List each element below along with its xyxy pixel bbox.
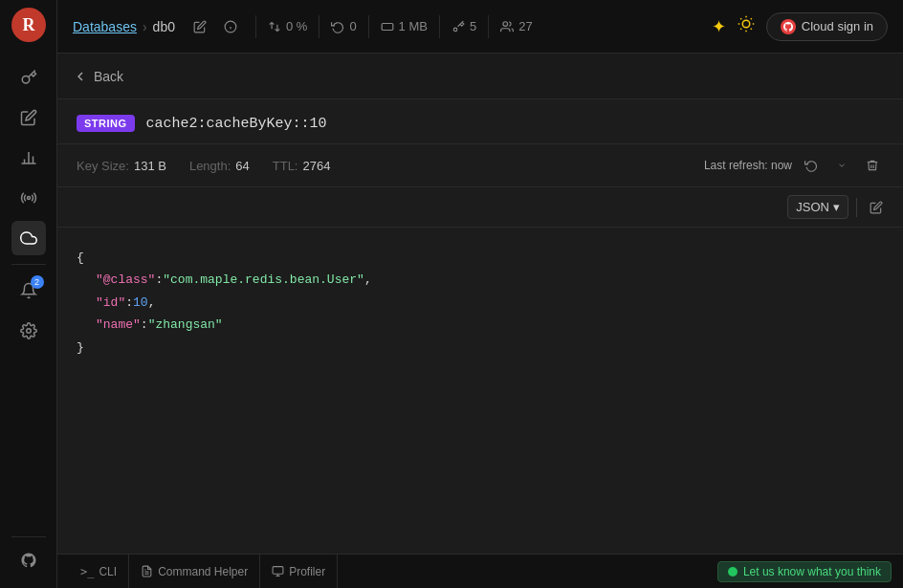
sidebar-divider-1 (11, 264, 46, 265)
code-line-4: } (77, 337, 884, 359)
svg-point-14 (503, 21, 508, 26)
command-helper-item[interactable]: Command Helper (129, 555, 260, 588)
profiler-label: Profiler (289, 565, 325, 578)
profiler-item[interactable]: Profiler (260, 555, 338, 588)
back-label: Back (94, 69, 123, 84)
edit-db-button[interactable] (187, 13, 213, 40)
code-editor[interactable]: { "@class" : "com.maple.redis.bean.User"… (57, 228, 903, 554)
length-label: Length: (189, 159, 231, 173)
svg-point-15 (742, 20, 750, 28)
sidebar-item-cloud[interactable] (11, 221, 46, 255)
sidebar-item-notifications[interactable]: 2 (11, 273, 46, 308)
svg-point-8 (26, 329, 31, 334)
length-item: Length: 64 (189, 159, 250, 173)
key-header: STRING cache2:cacheByKey::10 (57, 99, 903, 144)
stat-percent: 0 % (268, 19, 307, 33)
sidebar: R 2 (0, 0, 57, 588)
svg-line-23 (751, 18, 752, 19)
command-helper-icon (141, 565, 153, 577)
key-meta: Key Size: 131 B Length: 64 TTL: 2764 Las… (57, 144, 903, 187)
stat-ops-value: 0 (349, 19, 356, 33)
divider-3 (368, 15, 369, 38)
code-line-2: "id" : 10 , (77, 292, 884, 314)
stat-percent-value: 0 % (286, 19, 307, 33)
databases-link[interactable]: Databases (73, 19, 137, 34)
stat-clients: 27 (500, 19, 532, 33)
divider-2 (319, 15, 319, 38)
sidebar-item-pubsub[interactable] (11, 181, 46, 215)
sidebar-item-github[interactable] (11, 543, 46, 577)
key-name: cache2:cacheByKey::10 (146, 116, 327, 132)
code-line-0: { (77, 247, 884, 269)
key-meta-right: Last refresh: now (704, 154, 884, 177)
feedback-label: Let us know what you think (743, 565, 881, 578)
sidebar-bottom (11, 531, 46, 580)
ttl-value: 2764 (302, 159, 330, 173)
refresh-dropdown-button[interactable] (830, 154, 853, 177)
db-actions (187, 13, 244, 40)
sidebar-item-key[interactable] (11, 60, 46, 95)
value-area: JSON ▾ { "@class" : "com.maple (57, 187, 903, 554)
divider-5 (488, 15, 489, 38)
delete-key-button[interactable] (861, 154, 884, 177)
topbar: Databases › db0 0 % 0 1 MB (57, 0, 903, 54)
ai-button[interactable]: ✦ (712, 16, 726, 37)
svg-point-7 (27, 197, 30, 200)
svg-line-22 (740, 29, 741, 30)
cli-label: CLI (99, 565, 117, 578)
sidebar-item-chart[interactable] (11, 141, 46, 175)
ttl-item: TTL: 2764 (273, 159, 331, 173)
toolbar-divider (856, 198, 857, 217)
svg-point-13 (453, 28, 457, 32)
back-button[interactable]: Back (73, 69, 123, 84)
notification-badge: 2 (31, 275, 44, 289)
db-name: db0 (153, 19, 175, 34)
value-toolbar: JSON ▾ (57, 187, 903, 228)
main-area: Databases › db0 0 % 0 1 MB (57, 0, 903, 588)
breadcrumb-sep: › (143, 19, 147, 34)
content: Back STRING cache2:cacheByKey::10 Key Si… (57, 54, 903, 554)
sidebar-item-settings2[interactable] (11, 314, 46, 348)
format-chevron-icon: ▾ (833, 200, 840, 214)
bulb-button[interactable] (738, 15, 755, 37)
feedback-dot-icon (728, 567, 738, 577)
cloud-signin-label: Cloud sign in (802, 19, 873, 33)
cli-item[interactable]: >_ CLI (69, 555, 129, 588)
refresh-button[interactable] (800, 154, 823, 177)
code-line-1: "@class" : "com.maple.redis.bean.User" , (77, 269, 884, 291)
svg-line-18 (740, 18, 741, 19)
key-size-item: Key Size: 131 B (77, 159, 166, 173)
info-db-button[interactable] (217, 13, 244, 40)
format-select[interactable]: JSON ▾ (787, 195, 848, 219)
ttl-label: TTL: (273, 159, 298, 173)
key-size-value: 131 B (134, 159, 166, 173)
back-bar: Back (57, 54, 903, 99)
feedback-button[interactable]: Let us know what you think (717, 561, 892, 582)
edit-value-button[interactable] (865, 196, 888, 219)
stat-memory-value: 1 MB (399, 19, 428, 33)
format-label: JSON (796, 200, 829, 214)
refresh-label: Last refresh: now (704, 159, 792, 172)
sidebar-item-edit[interactable] (11, 100, 46, 135)
bottombar: >_ CLI Command Helper Profiler Let us kn… (57, 554, 903, 588)
key-panel: STRING cache2:cacheByKey::10 Key Size: 1… (57, 99, 903, 554)
bottom-right: Let us know what you think (717, 561, 892, 582)
cloud-signin-button[interactable]: Cloud sign in (766, 12, 888, 41)
stat-clients-value: 27 (518, 19, 532, 33)
command-helper-label: Command Helper (158, 565, 248, 578)
svg-rect-26 (273, 567, 283, 575)
profiler-icon (272, 565, 284, 577)
stat-keys: 5 (452, 19, 476, 33)
app-logo[interactable]: R (11, 8, 46, 42)
stat-ops: 0 (331, 19, 356, 33)
type-badge: STRING (77, 115, 135, 132)
length-value: 64 (235, 159, 249, 173)
stat-memory: 1 MB (381, 19, 428, 33)
cli-icon: >_ (80, 565, 94, 578)
key-size-label: Key Size: (77, 159, 129, 173)
cloud-logo-icon (781, 19, 796, 34)
sidebar-divider-2 (11, 536, 46, 537)
code-line-3: "name" : "zhangsan" (77, 314, 884, 336)
divider-1 (255, 15, 256, 38)
svg-line-19 (751, 29, 752, 30)
